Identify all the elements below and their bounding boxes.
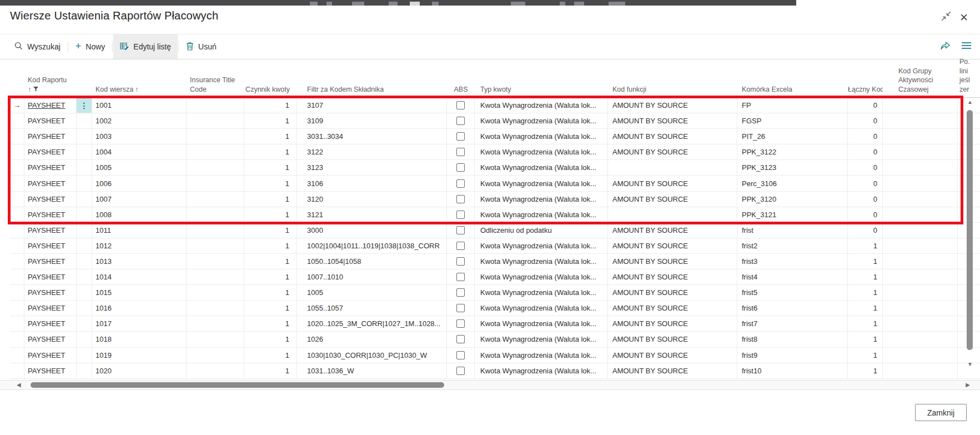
- cell-report-code[interactable]: PAYSHEET: [24, 363, 77, 378]
- cell-amount-factor[interactable]: 1: [244, 223, 297, 238]
- cell-line-code[interactable]: 1011: [92, 223, 187, 238]
- cell-excel-cell[interactable]: frist7: [737, 316, 848, 331]
- cell-insurance-title-code[interactable]: [187, 129, 244, 144]
- cell-total-code[interactable]: 1: [848, 285, 883, 300]
- cell-component-filter[interactable]: 1031..1036_W: [297, 363, 447, 378]
- cell-excel-cell[interactable]: frist3: [737, 254, 848, 269]
- cell-total-code[interactable]: 0: [848, 223, 883, 238]
- cell-function-code[interactable]: AMOUNT BY SOURCE: [608, 316, 737, 331]
- cell-time-activity-group-code[interactable]: [883, 160, 958, 175]
- cell-excel-cell[interactable]: frist5: [737, 285, 848, 300]
- cell-component-filter[interactable]: 3000: [297, 223, 447, 238]
- cell-total-code[interactable]: 0: [848, 98, 883, 113]
- cell-excel-cell[interactable]: frist2: [737, 238, 848, 253]
- cell-insurance-title-code[interactable]: [187, 176, 244, 191]
- cell-total-code[interactable]: 0: [848, 160, 883, 175]
- cell-insurance-title-code[interactable]: [187, 223, 244, 238]
- cell-insurance-title-code[interactable]: [187, 269, 244, 284]
- cell-function-code[interactable]: [608, 160, 737, 175]
- cell-total-code[interactable]: 1: [848, 348, 883, 363]
- cell-amount-type[interactable]: Kwota Wynagrodzenia (Waluta lok...: [475, 316, 608, 331]
- cell-function-code[interactable]: AMOUNT BY SOURCE: [608, 113, 737, 128]
- cell-amount-factor[interactable]: 1: [244, 192, 297, 207]
- abs-checkbox[interactable]: [456, 242, 465, 250]
- cell-time-activity-group-code[interactable]: [883, 98, 958, 113]
- cell-component-filter[interactable]: 1005: [297, 285, 447, 300]
- cell-excel-cell[interactable]: frist9: [737, 348, 848, 363]
- cell-time-activity-group-code[interactable]: [883, 207, 958, 222]
- cell-amount-type[interactable]: Kwota Wynagrodzenia (Waluta lok...: [475, 192, 608, 207]
- cell-excel-cell[interactable]: PPK_3121: [737, 207, 848, 222]
- cell-report-code[interactable]: PAYSHEET: [24, 316, 77, 331]
- abs-checkbox[interactable]: [456, 257, 465, 266]
- cell-insurance-title-code[interactable]: [187, 207, 244, 222]
- cell-excel-cell[interactable]: frist4: [737, 269, 848, 284]
- cell-insurance-title-code[interactable]: [187, 316, 244, 331]
- cell-amount-type[interactable]: Kwota Wynagrodzenia (Waluta lok...: [475, 113, 608, 128]
- cell-line-code[interactable]: 1018: [92, 332, 187, 347]
- cell-amount-factor[interactable]: 1: [244, 144, 297, 159]
- cell-context-menu-icon[interactable]: ⋮: [77, 98, 92, 113]
- cell-amount-type[interactable]: Kwota Wynagrodzenia (Waluta lok...: [475, 160, 608, 175]
- abs-checkbox[interactable]: [456, 226, 465, 234]
- cell-component-filter[interactable]: 3123: [297, 160, 447, 175]
- cell-amount-type[interactable]: Kwota Wynagrodzenia (Waluta lok...: [475, 332, 608, 347]
- abs-checkbox[interactable]: [456, 132, 465, 141]
- cell-amount-factor[interactable]: 1: [244, 176, 297, 191]
- cell-line-code[interactable]: 1006: [92, 176, 187, 191]
- cell-time-activity-group-code[interactable]: [883, 269, 958, 284]
- abs-checkbox[interactable]: [456, 101, 465, 109]
- cell-time-activity-group-code[interactable]: [883, 144, 958, 159]
- cell-excel-cell[interactable]: frist10: [737, 363, 848, 378]
- abs-checkbox[interactable]: [456, 304, 465, 312]
- cell-amount-factor[interactable]: 1: [244, 113, 297, 128]
- cell-insurance-title-code[interactable]: [187, 192, 244, 207]
- cell-function-code[interactable]: AMOUNT BY SOURCE: [608, 363, 737, 378]
- cell-component-filter[interactable]: 1020..1025_3M_CORR|1027_1M..1028...: [297, 316, 447, 331]
- abs-checkbox[interactable]: [456, 211, 465, 219]
- cell-amount-factor[interactable]: 1: [244, 160, 297, 175]
- cell-time-activity-group-code[interactable]: [883, 113, 958, 128]
- cell-excel-cell[interactable]: PIT_26: [737, 129, 848, 144]
- cell-function-code[interactable]: AMOUNT BY SOURCE: [608, 332, 737, 347]
- column-header-report-code[interactable]: Kod Raportu↑: [24, 76, 77, 94]
- cell-component-filter[interactable]: 3107: [297, 98, 447, 113]
- cell-function-code[interactable]: AMOUNT BY SOURCE: [608, 223, 737, 238]
- cell-amount-factor[interactable]: 1: [244, 98, 297, 113]
- cell-report-code[interactable]: PAYSHEET: [24, 269, 77, 284]
- cell-amount-type[interactable]: Kwota Wynagrodzenia (Waluta lok...: [475, 254, 608, 269]
- cell-excel-cell[interactable]: FP: [737, 98, 848, 113]
- cell-amount-factor[interactable]: 1: [244, 363, 297, 378]
- cell-line-code[interactable]: 1007: [92, 192, 187, 207]
- cell-function-code[interactable]: [608, 207, 737, 222]
- cell-component-filter[interactable]: 1055..1057: [297, 301, 447, 316]
- cell-total-code[interactable]: 1: [848, 254, 883, 269]
- cell-function-code[interactable]: AMOUNT BY SOURCE: [608, 176, 737, 191]
- column-header-excel-cell[interactable]: Komórka Excela: [737, 85, 848, 94]
- cell-amount-type[interactable]: Kwota Wynagrodzenia (Waluta lok...: [475, 98, 608, 113]
- column-header-line-code[interactable]: Kod wiersza↑: [92, 85, 187, 94]
- cell-report-code[interactable]: PAYSHEET: [24, 207, 77, 222]
- cell-total-code[interactable]: 0: [848, 129, 883, 144]
- horizontal-scrollbar-thumb[interactable]: [31, 382, 444, 388]
- cell-total-code[interactable]: 1: [848, 332, 883, 347]
- cell-report-code[interactable]: PAYSHEET: [24, 238, 77, 253]
- cell-amount-factor[interactable]: 1: [244, 348, 297, 363]
- cell-line-code[interactable]: 1014: [92, 269, 187, 284]
- abs-checkbox[interactable]: [456, 351, 465, 359]
- cell-report-code[interactable]: PAYSHEET: [24, 254, 77, 269]
- cell-total-code[interactable]: 1: [848, 238, 883, 253]
- cell-amount-factor[interactable]: 1: [244, 332, 297, 347]
- cell-report-code[interactable]: PAYSHEET: [24, 192, 77, 207]
- cell-amount-type[interactable]: Kwota Wynagrodzenia (Waluta lok...: [475, 348, 608, 363]
- cell-excel-cell[interactable]: PPK_3122: [737, 144, 848, 159]
- cell-time-activity-group-code[interactable]: [883, 223, 958, 238]
- cell-line-code[interactable]: 1012: [92, 238, 187, 253]
- cell-excel-cell[interactable]: frist: [737, 223, 848, 238]
- search-button[interactable]: Wyszukaj: [8, 34, 67, 59]
- cell-amount-type[interactable]: Kwota Wynagrodzenia (Waluta lok...: [475, 176, 608, 191]
- cell-report-code[interactable]: PAYSHEET: [24, 98, 77, 113]
- cell-report-code[interactable]: PAYSHEET: [24, 348, 77, 363]
- scroll-right-arrow-icon[interactable]: ▶: [966, 382, 970, 388]
- column-header-insurance-title-code[interactable]: Insurance TitleCode: [187, 76, 244, 94]
